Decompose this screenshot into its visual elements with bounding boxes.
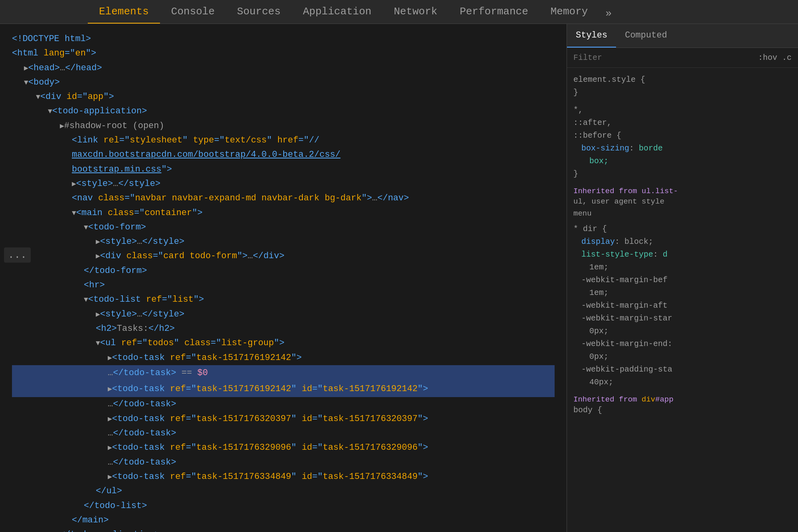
dom-line-task2-close: …</todo-task> (12, 426, 555, 441)
tab-styles[interactable]: Styles (567, 24, 616, 47)
body-rule: body { (573, 405, 792, 415)
dom-line-todo-app-close: </todo-application> (12, 528, 555, 532)
collapse-button[interactable]: ... (4, 247, 31, 263)
dom-line-link: <link rel="stylesheet" type="text/css" h… (12, 133, 555, 148)
dom-line-nav: <nav class="navbar navbar-expand-md navb… (12, 191, 555, 206)
dom-line-task1-full-close: …</todo-task> (12, 397, 555, 411)
dom-line-style2: ▶<style>…</style> (12, 235, 555, 249)
dom-line-task3: ▶<todo-task ref="task-1517176329096" id=… (12, 441, 555, 455)
dom-line-div-card: ▶<div class="card todo-form">…</div> (12, 249, 555, 263)
styles-panel: Styles Computed :hov .c element.style { … (567, 24, 798, 532)
tab-sources[interactable]: Sources (226, 0, 292, 24)
tab-memory[interactable]: Memory (539, 0, 599, 24)
dom-line-html: <html lang="en"> (12, 46, 555, 61)
dom-line-todo-form-close: </todo-form> (12, 264, 555, 278)
ul-user-agent: ul, user agent style (573, 197, 792, 206)
dom-line-todo-list-close: </todo-list> (12, 499, 555, 513)
dom-line-task1-close: …</todo-task> == $0 (12, 365, 555, 381)
dom-line-link3: bootstrap.min.css"> (12, 162, 555, 177)
styles-tab-bar: Styles Computed (567, 24, 798, 48)
dom-line-head: ▶<head>…</head> (12, 61, 555, 75)
dom-line-task3-close: …</todo-task> (12, 455, 555, 470)
tab-performance[interactable]: Performance (448, 0, 539, 24)
dom-line-body: ▼<body> (12, 75, 555, 90)
tab-application[interactable]: Application (292, 0, 383, 24)
dom-line-task1-full: ▶<todo-task ref="task-1517176192142" id=… (12, 381, 555, 397)
dom-line-link2: maxcdn.bootstrapcdn.com/bootstrap/4.0.0-… (12, 148, 555, 162)
dom-line-main: ▼<main class="container"> (12, 206, 555, 220)
dom-line-style1: ▶<style>…</style> (12, 177, 555, 191)
dom-line-todo-form: ▼<todo-form> (12, 220, 555, 235)
tab-more[interactable]: » (599, 4, 618, 24)
tab-elements[interactable]: Elements (88, 0, 160, 24)
filter-input[interactable] (573, 53, 754, 62)
dom-line-task4: ▶<todo-task ref="task-1517176334849" id=… (12, 470, 555, 484)
dom-line-todo-list: ▼<todo-list ref="list"> (12, 293, 555, 307)
dom-line-ul: ▼<ul ref="todos" class="list-group"> (12, 336, 555, 350)
dom-line-shadow-root: ▶#shadow-root (open) (12, 119, 555, 133)
dom-line-ul-close: </ul> (12, 484, 555, 498)
inherited-from-ul: Inherited from ul.list- (573, 187, 792, 196)
devtools-window: Elements Console Sources Application Net… (0, 0, 798, 532)
dom-line-div-app: ▼<div id="app"> (12, 90, 555, 104)
pseudo-filter: :hov .c (758, 53, 792, 62)
main-content: ... <!DOCTYPE html> <html lang="en"> ▶<h… (0, 24, 798, 532)
styles-content: element.style { } *, ::after, ::before {… (567, 68, 798, 532)
dom-panel: ... <!DOCTYPE html> <html lang="en"> ▶<h… (0, 24, 567, 532)
tab-console[interactable]: Console (160, 0, 226, 24)
menu-rule: menu (573, 209, 792, 218)
inherited-from-div: Inherited from div#app (573, 395, 792, 404)
styles-filter: :hov .c (567, 48, 798, 68)
dir-rule: * dir { display: block; list-style-type:… (573, 223, 792, 389)
dom-line-main-close: </main> (12, 513, 555, 528)
dom-line-todo-app: ▼<todo-application> (12, 104, 555, 119)
tab-computed[interactable]: Computed (616, 24, 676, 47)
dom-line-doctype: <!DOCTYPE html> (12, 32, 555, 46)
dom-line-style3: ▶<style>…</style> (12, 307, 555, 322)
tab-network[interactable]: Network (383, 0, 448, 24)
tab-bar: Elements Console Sources Application Net… (0, 0, 798, 24)
dom-line-task1: ▶<todo-task ref="task-1517176192142"> (12, 351, 555, 365)
dom-line-hr: <hr> (12, 278, 555, 293)
dom-line-h2: <h2>Tasks:</h2> (12, 322, 555, 336)
universal-rule: *, ::after, ::before { box-sizing: borde… (573, 104, 792, 180)
element-style-rule: element.style { } (573, 73, 792, 99)
dom-line-task2: ▶<todo-task ref="task-1517176320397" id=… (12, 412, 555, 426)
